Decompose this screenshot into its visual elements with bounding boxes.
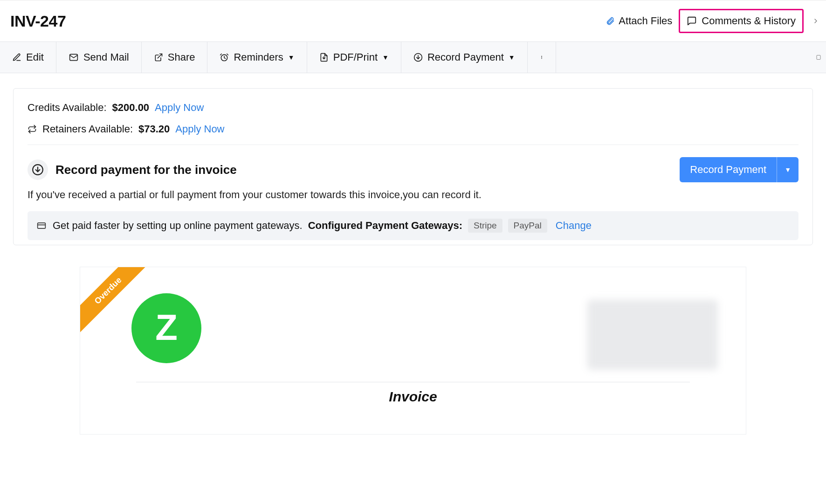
comments-history-label: Comments & History <box>702 15 796 27</box>
svg-line-4 <box>227 54 228 55</box>
record-payment-section: Record payment for the invoice Record Pa… <box>28 157 798 182</box>
invoice-preview: Overdue Z Invoice <box>80 267 746 435</box>
share-button[interactable]: Share <box>142 42 208 73</box>
toolbar-right-icon[interactable] <box>811 42 826 73</box>
credits-row: Credits Available: $200.00 Apply Now <box>28 102 798 114</box>
apply-retainers-link[interactable]: Apply Now <box>175 123 224 135</box>
edit-label: Edit <box>26 51 44 63</box>
record-payment-button[interactable]: Record Payment ▼ <box>680 157 798 182</box>
svg-point-9 <box>541 57 542 58</box>
divider <box>28 145 798 145</box>
apply-credits-link[interactable]: Apply Now <box>155 102 204 114</box>
attach-files-button[interactable]: Attach Files <box>606 15 672 27</box>
more-actions-button[interactable] <box>528 42 556 73</box>
expand-panel-button[interactable] <box>810 14 821 28</box>
invoice-divider <box>136 382 690 382</box>
action-toolbar: Edit Send Mail Share Reminders ▼ PDF/Pri… <box>0 41 826 73</box>
svg-point-10 <box>541 58 542 59</box>
record-payment-toolbar-label: Record Payment <box>427 51 504 63</box>
retainer-icon <box>28 124 37 134</box>
card-icon <box>36 221 47 230</box>
record-payment-description: If you've received a partial or full pay… <box>28 189 798 201</box>
record-payment-toolbar-button[interactable]: Record Payment ▼ <box>401 42 528 73</box>
page-header: INV-247 Attach Files Comments & History <box>0 0 826 41</box>
redacted-company-info <box>587 300 718 370</box>
reminders-button[interactable]: Reminders ▼ <box>207 42 307 73</box>
attach-files-label: Attach Files <box>619 15 672 27</box>
gateway-configured-label: Configured Payment Gateways: <box>308 220 462 232</box>
edit-button[interactable]: Edit <box>0 42 56 73</box>
gateway-chip-stripe: Stripe <box>468 219 502 233</box>
comment-icon <box>687 16 697 26</box>
more-vertical-icon <box>540 52 544 62</box>
retainers-amount: $73.20 <box>138 123 170 135</box>
send-mail-label: Send Mail <box>83 51 129 63</box>
gateway-change-link[interactable]: Change <box>556 220 592 232</box>
pencil-icon <box>12 53 21 62</box>
svg-point-8 <box>541 56 542 57</box>
paperclip-icon <box>606 16 615 26</box>
pdf-print-button[interactable]: PDF/Print ▼ <box>307 42 401 73</box>
pdf-icon <box>319 53 329 62</box>
company-logo: Z <box>131 293 201 363</box>
credits-label: Credits Available: <box>28 102 107 114</box>
gateway-lead: Get paid faster by setting up online pay… <box>53 220 303 232</box>
clock-icon <box>220 53 229 62</box>
pdf-print-label: PDF/Print <box>333 51 378 63</box>
credits-amount: $200.00 <box>112 102 150 114</box>
retainers-label: Retainers Available: <box>42 123 133 135</box>
chevron-down-icon: ▼ <box>288 54 295 61</box>
share-label: Share <box>168 51 195 63</box>
retainers-row: Retainers Available: $73.20 Apply Now <box>28 123 798 135</box>
svg-line-1 <box>158 54 162 58</box>
record-payment-title: Record payment for the invoice <box>55 163 237 177</box>
svg-line-3 <box>220 54 222 55</box>
page-title: INV-247 <box>10 12 66 30</box>
record-payment-icon <box>28 159 48 180</box>
gateway-bar: Get paid faster by setting up online pay… <box>28 211 798 240</box>
send-mail-button[interactable]: Send Mail <box>56 42 142 73</box>
chevron-down-icon: ▼ <box>382 54 389 61</box>
svg-rect-11 <box>817 55 820 60</box>
share-icon <box>154 53 163 62</box>
mail-icon <box>69 53 79 62</box>
comments-history-button[interactable]: Comments & History <box>679 9 804 33</box>
reminders-label: Reminders <box>234 51 283 63</box>
record-payment-button-caret[interactable]: ▼ <box>777 157 798 182</box>
chevron-down-icon: ▼ <box>785 166 791 173</box>
header-actions: Attach Files Comments & History <box>606 9 821 33</box>
chevron-down-icon: ▼ <box>509 54 515 61</box>
download-icon <box>413 53 423 62</box>
record-payment-button-label: Record Payment <box>680 157 777 182</box>
gateway-chip-paypal: PayPal <box>508 219 547 233</box>
invoice-doc-title: Invoice <box>80 389 746 405</box>
invoice-summary-card: Credits Available: $200.00 Apply Now Ret… <box>13 88 813 245</box>
svg-rect-14 <box>38 223 46 228</box>
